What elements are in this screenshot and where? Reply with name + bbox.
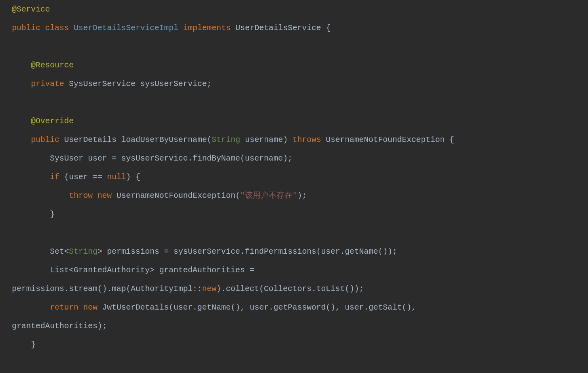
condition: (user ==	[59, 172, 107, 182]
return-type: UserDetails	[64, 135, 116, 144]
code-editor[interactable]: @Service public class UserDetailsService…	[0, 0, 588, 354]
class-name: UserDetailsServiceImpl	[74, 23, 178, 33]
kw-if: if	[50, 172, 59, 182]
exception-ctor: UsernameNotFoundException(	[116, 191, 240, 200]
kw-new: new	[83, 303, 97, 312]
string-literal: "该用户不存在"	[240, 191, 297, 200]
list-decl: List<GrantedAuthority> grantedAuthoritie…	[50, 266, 254, 275]
kw-public: public	[12, 23, 40, 33]
annotation-service: @Service	[12, 5, 50, 14]
method-name: loadUserByUsername(	[121, 135, 212, 144]
brace-open: {	[321, 23, 330, 33]
annotation-resource: @Resource	[31, 61, 74, 70]
brace-close: }	[31, 340, 36, 349]
field-name: sysUserService;	[140, 79, 212, 88]
brace-close: }	[50, 210, 55, 219]
field-type: SysUserService	[69, 79, 136, 88]
return-expr: JwtUserDetails(user.getName(), user.getP…	[102, 303, 416, 312]
exception-type: UsernameNotFoundException {	[326, 135, 454, 144]
kw-new: new	[202, 284, 216, 293]
stream-post: ).collect(Collectors.toList());	[216, 284, 364, 293]
set-decl-post: > permissions = sysUserService.findPermi…	[97, 247, 397, 256]
kw-private: private	[31, 79, 64, 88]
kw-new: new	[97, 191, 112, 200]
interface-name: UserDetailsService	[235, 23, 321, 33]
return-expr-cont: grantedAuthorities);	[12, 321, 107, 331]
annotation-override: @Override	[31, 117, 74, 126]
param-type: String	[212, 135, 240, 144]
kw-return: return	[50, 303, 78, 312]
stream-pre: permissions.stream().map(AuthorityImpl::	[12, 284, 202, 293]
param-name: username)	[240, 135, 288, 144]
kw-throws: throws	[292, 135, 321, 144]
statement: SysUser user = sysUserService.findByName…	[50, 154, 292, 163]
generic-type: String	[69, 247, 97, 256]
kw-public: public	[31, 135, 59, 144]
condition-close: ) {	[126, 172, 140, 182]
set-decl-pre: Set<	[50, 247, 69, 256]
kw-null: null	[107, 172, 126, 182]
close-paren: );	[297, 191, 307, 200]
kw-class: class	[45, 23, 69, 33]
kw-implements: implements	[183, 23, 231, 33]
kw-throw: throw	[69, 191, 93, 200]
